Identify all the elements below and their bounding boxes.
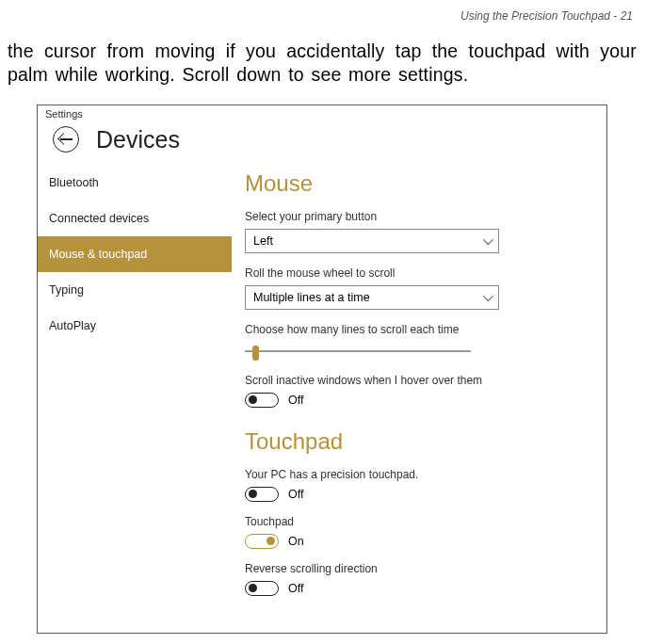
reverse-state: Off: [288, 582, 303, 595]
inactive-state: Off: [288, 394, 303, 407]
touchpad-state: On: [288, 535, 304, 548]
primary-button-select[interactable]: Left: [245, 229, 499, 253]
slider-handle[interactable]: [252, 346, 259, 361]
wheel-label: Roll the mouse wheel to scroll: [245, 266, 606, 280]
precision-toggle[interactable]: [245, 487, 279, 502]
sidebar-item-bluetooth[interactable]: Bluetooth: [38, 165, 232, 201]
window-title: Settings: [38, 105, 606, 122]
chevron-down-icon: [483, 291, 493, 301]
app-header: Devices: [38, 122, 606, 165]
page-header: Using the Precision Touchpad - 21: [8, 9, 637, 23]
content-row: Bluetooth Connected devices Mouse & touc…: [38, 165, 606, 633]
slider-track: [245, 350, 471, 352]
body-paragraph: the cursor from moving if you accidental…: [8, 40, 637, 88]
sidebar-item-connected-devices[interactable]: Connected devices: [38, 201, 232, 236]
lines-slider[interactable]: [245, 344, 471, 361]
sidebar: Bluetooth Connected devices Mouse & touc…: [38, 165, 232, 633]
toggle-knob: [249, 584, 257, 592]
reverse-toggle[interactable]: [245, 581, 279, 596]
mouse-heading: Mouse: [245, 170, 606, 197]
inactive-toggle[interactable]: [245, 393, 279, 408]
touchpad-toggle[interactable]: [245, 534, 279, 549]
precision-text: Your PC has a precision touchpad.: [245, 468, 606, 481]
toggle-knob: [249, 395, 257, 404]
touchpad-toggle-row: On: [245, 534, 606, 549]
main-panel: Mouse Select your primary button Left Ro…: [232, 165, 606, 633]
sidebar-item-autoplay[interactable]: AutoPlay: [38, 308, 232, 344]
wheel-value: Multiple lines at a time: [253, 291, 370, 304]
sidebar-item-typing[interactable]: Typing: [38, 272, 232, 308]
precision-state: Off: [288, 488, 303, 501]
touchpad-heading: Touchpad: [245, 428, 606, 455]
precision-toggle-row: Off: [245, 487, 606, 502]
toggle-knob: [249, 490, 257, 498]
primary-button-label: Select your primary button: [245, 210, 606, 223]
touchpad-label: Touchpad: [245, 515, 606, 528]
chevron-down-icon: [483, 234, 493, 245]
primary-button-value: Left: [253, 234, 273, 248]
toggle-knob: [266, 537, 275, 545]
back-button[interactable]: [53, 126, 79, 153]
inactive-label: Scroll inactive windows when I hover ove…: [245, 374, 606, 387]
wheel-select[interactable]: Multiple lines at a time: [245, 285, 499, 310]
sidebar-item-mouse-touchpad[interactable]: Mouse & touchpad: [38, 236, 232, 272]
settings-window: Settings Devices Bluetooth Connected dev…: [37, 105, 607, 634]
back-arrow-icon: [60, 138, 73, 140]
reverse-toggle-row: Off: [245, 581, 606, 596]
lines-label: Choose how many lines to scroll each tim…: [245, 323, 606, 336]
reverse-label: Reverse scrolling direction: [245, 562, 606, 575]
app-title: Devices: [96, 126, 180, 153]
inactive-toggle-row: Off: [245, 393, 606, 408]
